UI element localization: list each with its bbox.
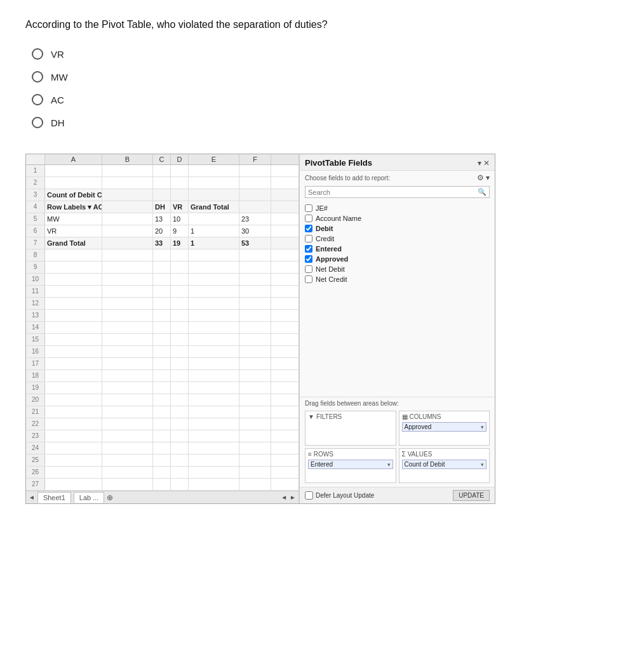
option-ac[interactable]: AC — [32, 94, 619, 105]
cell[interactable]: VR — [45, 225, 102, 237]
cell[interactable] — [45, 394, 102, 406]
cell[interactable] — [239, 310, 271, 321]
cell[interactable] — [171, 406, 189, 418]
cell[interactable] — [189, 454, 239, 466]
cell[interactable] — [153, 370, 171, 381]
cell[interactable] — [102, 479, 153, 490]
cell[interactable] — [45, 442, 102, 454]
cell[interactable] — [239, 334, 271, 345]
cell[interactable]: 19 — [171, 237, 189, 249]
pivot-field-checkbox-approved[interactable] — [305, 255, 312, 263]
cell[interactable] — [45, 322, 102, 333]
cell[interactable] — [171, 310, 189, 321]
pivot-field-debit[interactable]: Debit — [305, 223, 490, 234]
pivot-field-checkbox-account[interactable] — [305, 215, 312, 222]
cell[interactable] — [239, 201, 271, 213]
cell[interactable] — [189, 262, 239, 273]
cell[interactable] — [153, 165, 171, 176]
cell[interactable] — [171, 418, 189, 430]
cell[interactable] — [102, 213, 153, 225]
rows-entered-item[interactable]: Entered ▾ — [308, 460, 393, 469]
cell[interactable] — [102, 418, 153, 430]
cell[interactable]: 1 — [189, 237, 239, 249]
defer-label[interactable]: Defer Layout Update — [305, 491, 374, 500]
cell[interactable] — [239, 382, 271, 394]
cell[interactable] — [189, 322, 239, 333]
cell[interactable] — [189, 370, 239, 381]
cell[interactable] — [239, 442, 271, 454]
scroll-left-btn[interactable]: ◄ — [281, 494, 287, 501]
cell[interactable] — [189, 274, 239, 285]
cell[interactable] — [189, 165, 239, 176]
option-mw[interactable]: MW — [32, 71, 619, 83]
cell[interactable]: Grand Total — [45, 237, 102, 249]
cell[interactable] — [189, 467, 239, 478]
cell[interactable] — [153, 358, 171, 369]
cell[interactable] — [239, 322, 271, 333]
cell[interactable] — [171, 334, 189, 345]
cell[interactable] — [239, 479, 271, 490]
cell[interactable] — [102, 430, 153, 442]
cell[interactable] — [171, 394, 189, 406]
cell[interactable] — [189, 442, 239, 454]
cell[interactable] — [153, 274, 171, 285]
pivot-field-netdebit[interactable]: Net Debit — [305, 264, 490, 274]
cell[interactable] — [102, 406, 153, 418]
cell[interactable] — [189, 298, 239, 309]
radio-vr[interactable] — [32, 48, 43, 60]
cell[interactable] — [153, 382, 171, 394]
cell[interactable] — [171, 262, 189, 273]
cell[interactable] — [45, 346, 102, 357]
pivot-field-checkbox-credit[interactable] — [305, 235, 312, 242]
cell[interactable] — [239, 394, 271, 406]
pivot-search-box[interactable]: 🔍 — [305, 186, 490, 198]
cell[interactable] — [171, 370, 189, 381]
cell[interactable] — [153, 189, 171, 201]
values-countdebit-item[interactable]: Count of Debit ▾ — [402, 460, 487, 469]
cell[interactable] — [239, 189, 271, 201]
cell[interactable] — [239, 346, 271, 357]
cell[interactable] — [102, 334, 153, 345]
cell[interactable] — [45, 310, 102, 321]
pivot-field-je[interactable]: JE# — [305, 203, 490, 213]
cell[interactable] — [239, 358, 271, 369]
cell[interactable] — [153, 262, 171, 273]
columns-approved-dropdown[interactable]: ▾ — [481, 424, 484, 430]
columns-approved-item[interactable]: Approved ▾ — [402, 422, 487, 432]
pivot-field-checkbox-je[interactable] — [305, 204, 312, 212]
cell[interactable] — [102, 262, 153, 273]
cell[interactable] — [102, 454, 153, 466]
cell[interactable] — [102, 165, 153, 176]
cell[interactable] — [45, 274, 102, 285]
pivot-field-approved[interactable]: Approved — [305, 254, 490, 264]
cell[interactable] — [153, 394, 171, 406]
cell[interactable] — [45, 382, 102, 394]
cell[interactable] — [171, 177, 189, 189]
cell[interactable] — [153, 454, 171, 466]
cell[interactable]: 10 — [171, 213, 189, 225]
cell[interactable] — [153, 298, 171, 309]
cell[interactable] — [45, 286, 102, 297]
cell[interactable]: 53 — [239, 237, 271, 249]
cell[interactable] — [102, 442, 153, 454]
cell[interactable] — [102, 274, 153, 285]
cell[interactable] — [189, 346, 239, 357]
option-vr[interactable]: VR — [32, 48, 619, 60]
cell[interactable]: DH — [153, 201, 171, 213]
cell[interactable] — [102, 310, 153, 321]
cell[interactable] — [45, 358, 102, 369]
cell[interactable] — [189, 479, 239, 490]
cell[interactable]: MW — [45, 213, 102, 225]
pivot-field-checkbox-debit[interactable] — [305, 225, 312, 232]
cell[interactable] — [153, 442, 171, 454]
cell[interactable] — [171, 479, 189, 490]
cell[interactable] — [153, 310, 171, 321]
cell[interactable] — [45, 262, 102, 273]
radio-dh[interactable] — [32, 117, 43, 128]
cell[interactable] — [171, 322, 189, 333]
cell[interactable] — [239, 286, 271, 297]
cell[interactable] — [102, 189, 153, 201]
cell[interactable] — [153, 479, 171, 490]
cell[interactable] — [102, 322, 153, 333]
cell[interactable] — [189, 358, 239, 369]
